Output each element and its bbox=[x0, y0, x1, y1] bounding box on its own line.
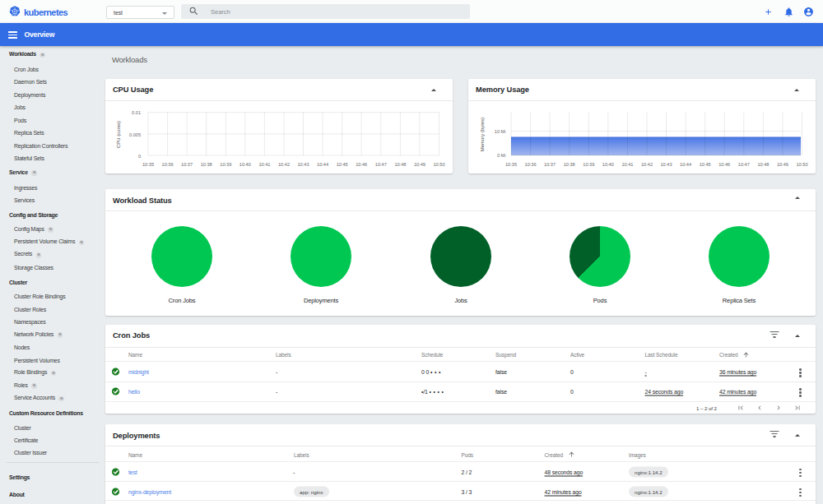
svg-text:CPU (cores): CPU (cores) bbox=[116, 121, 121, 148]
svg-text:0 Mi: 0 Mi bbox=[497, 153, 506, 158]
svg-text:10:39: 10:39 bbox=[220, 162, 231, 167]
svg-text:10:46: 10:46 bbox=[356, 162, 367, 167]
svg-text:10:42: 10:42 bbox=[641, 162, 653, 167]
svg-text:0.005: 0.005 bbox=[129, 132, 141, 137]
svg-text:10:43: 10:43 bbox=[661, 162, 672, 167]
svg-text:10:48: 10:48 bbox=[757, 162, 769, 167]
svg-text:10:44: 10:44 bbox=[317, 162, 328, 167]
svg-text:0.01: 0.01 bbox=[132, 110, 141, 115]
svg-text:10:41: 10:41 bbox=[258, 162, 270, 167]
svg-text:10:40: 10:40 bbox=[239, 162, 251, 167]
svg-text:10:40: 10:40 bbox=[602, 162, 614, 167]
svg-text:10:45: 10:45 bbox=[700, 162, 711, 167]
svg-text:10:47: 10:47 bbox=[375, 162, 387, 167]
svg-text:10:43: 10:43 bbox=[298, 162, 309, 167]
svg-text:10:49: 10:49 bbox=[777, 162, 788, 167]
svg-text:10:47: 10:47 bbox=[738, 162, 750, 167]
svg-text:10 Mi: 10 Mi bbox=[495, 129, 506, 134]
svg-text:10:35: 10:35 bbox=[505, 162, 517, 167]
svg-text:10:50: 10:50 bbox=[797, 162, 808, 167]
svg-text:Memory (bytes): Memory (bytes) bbox=[480, 118, 485, 152]
svg-text:10:44: 10:44 bbox=[680, 162, 691, 167]
svg-text:10:46: 10:46 bbox=[718, 162, 730, 167]
svg-text:10:41: 10:41 bbox=[621, 162, 633, 167]
svg-text:10:39: 10:39 bbox=[583, 162, 594, 167]
svg-text:10:37: 10:37 bbox=[181, 162, 193, 167]
svg-text:10:48: 10:48 bbox=[394, 162, 406, 167]
svg-text:10:35: 10:35 bbox=[142, 162, 154, 167]
svg-text:0: 0 bbox=[138, 154, 141, 159]
svg-text:10:42: 10:42 bbox=[278, 162, 290, 167]
svg-text:10:50: 10:50 bbox=[434, 162, 445, 167]
svg-text:10:38: 10:38 bbox=[201, 162, 212, 167]
svg-text:10:36: 10:36 bbox=[525, 162, 537, 167]
svg-text:10:45: 10:45 bbox=[337, 162, 348, 167]
svg-text:10:38: 10:38 bbox=[564, 162, 575, 167]
svg-text:10:49: 10:49 bbox=[414, 162, 425, 167]
svg-text:10:37: 10:37 bbox=[544, 162, 556, 167]
svg-text:10:36: 10:36 bbox=[162, 162, 174, 167]
